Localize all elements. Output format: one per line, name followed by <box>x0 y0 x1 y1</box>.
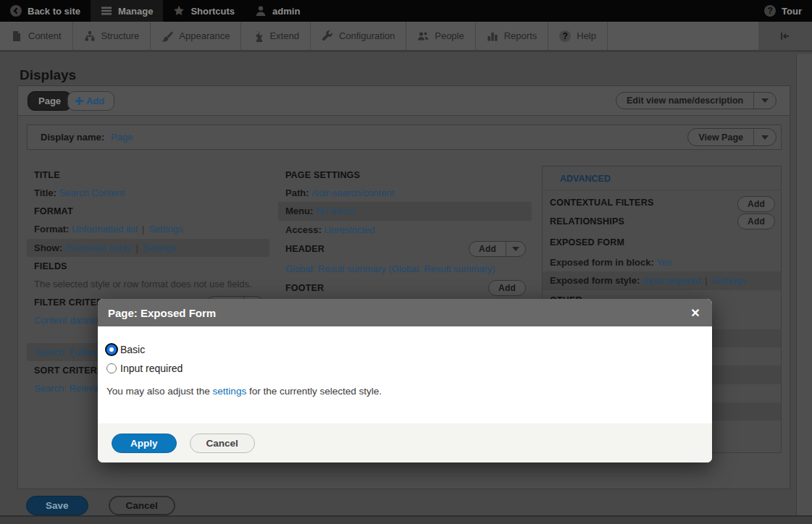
chevron-down-icon <box>512 247 519 251</box>
tour-question-icon: ? <box>764 5 776 17</box>
menu-item-configuration[interactable]: Configuration <box>311 22 406 50</box>
header-add-dropdown[interactable] <box>506 242 525 256</box>
tour-button[interactable]: ? Tour <box>754 0 812 22</box>
contextual-header-label: CONTEXTUAL FILTERS <box>550 198 653 208</box>
section-fields-header[interactable]: FIELDS <box>27 257 269 275</box>
add-label: Add <box>469 242 506 256</box>
display-tab-page[interactable]: Page <box>28 91 72 111</box>
section-footer-header[interactable]: FOOTER Add <box>278 278 532 299</box>
exposed-style-value-link[interactable]: Input required <box>643 275 700 286</box>
radio-option-input-required[interactable]: Input required <box>106 363 702 374</box>
exposed-block-label: Exposed form in block: <box>550 257 654 268</box>
title-row: Title: Search Content <box>27 184 269 202</box>
display-name-link[interactable]: Page <box>111 132 133 143</box>
dialog-buttonpane: Apply Cancel <box>98 423 712 462</box>
section-contextual-header[interactable]: CONTEXTUAL FILTERS Add <box>543 190 781 211</box>
menu-item-extend[interactable]: Extend <box>241 22 310 50</box>
path-value-link[interactable]: /solr-search/content <box>311 187 394 198</box>
chevron-down-icon <box>761 98 769 103</box>
format-value-link[interactable]: Unformatted list <box>72 224 138 234</box>
separator: | <box>138 224 148 234</box>
header-result-summary-row: Global: Result summary (Global: Result s… <box>278 260 532 278</box>
drupal-views-admin-screen: Back to site Manage Shortcuts admin ? To… <box>0 0 812 524</box>
title-value-link[interactable]: Search Content <box>59 187 124 198</box>
dialog-titlebar[interactable]: Page: Exposed Form ✕ <box>98 299 712 326</box>
relationships-add-button[interactable]: Add <box>737 214 775 229</box>
fields-empty-text: The selected style or row format does no… <box>34 279 252 290</box>
view-page-label: View Page <box>688 129 753 145</box>
menu-item-appearance[interactable]: Appearance <box>151 22 241 50</box>
show-value-link[interactable]: Rendered entity <box>65 242 132 253</box>
menu-item-reports[interactable]: Reports <box>476 22 549 50</box>
admin-user-label: admin <box>272 6 300 17</box>
dialog-cancel-button[interactable]: Cancel <box>190 434 255 453</box>
apply-button[interactable]: Apply <box>112 434 177 453</box>
chevron-down-icon <box>761 135 769 140</box>
manage-tab[interactable]: Manage <box>91 0 163 22</box>
dialog-close-button[interactable]: ✕ <box>687 305 703 321</box>
section-relationships-header[interactable]: RELATIONSHIPS Add <box>543 211 781 232</box>
page-right-strip <box>796 54 812 524</box>
back-to-site-label: Back to site <box>28 6 80 17</box>
manage-label: Manage <box>118 6 153 17</box>
format-settings-link[interactable]: Settings <box>148 224 183 234</box>
cancel-button[interactable]: Cancel <box>109 496 175 515</box>
radio-input-required-label: Input required <box>120 363 183 374</box>
advanced-toggle[interactable]: ADVANCED <box>543 166 781 190</box>
header-add-button[interactable]: Add <box>469 241 526 257</box>
contextual-add-button[interactable]: Add <box>737 196 775 212</box>
display-tabs-strip: Page Add Edit view name/description <box>18 86 790 116</box>
dialog-note: You may also adjust the settings for the… <box>106 386 702 397</box>
section-header-header[interactable]: HEADER Add <box>278 239 532 260</box>
menu-item-structure[interactable]: Structure <box>73 22 151 50</box>
settings-link[interactable]: settings <box>213 386 247 397</box>
admin-user-tab[interactable]: admin <box>245 0 310 22</box>
radio-input-required-input[interactable] <box>106 363 117 373</box>
section-page-settings-header[interactable]: PAGE SETTINGS <box>278 166 532 184</box>
edit-view-dropdown-toggle[interactable] <box>753 93 776 109</box>
exposed-style-settings-link[interactable]: Settings <box>712 275 746 286</box>
add-display-button[interactable]: Add <box>67 91 114 111</box>
show-settings-link[interactable]: Settings <box>143 242 177 253</box>
menu-value-link[interactable]: No menu <box>316 206 354 216</box>
view-page-dropdown-toggle[interactable] <box>753 129 776 145</box>
form-actions: Save Cancel <box>26 496 175 515</box>
star-icon <box>173 5 185 17</box>
exposed-block-value-link[interactable]: Yes <box>656 257 671 268</box>
toolbar-orientation-toggle[interactable] <box>758 22 812 52</box>
barchart-icon <box>487 30 498 42</box>
footer-add-button[interactable]: Add <box>488 280 526 296</box>
access-row: Access: Unrestricted <box>278 221 532 239</box>
radio-option-basic[interactable]: Basic <box>106 344 702 355</box>
radio-basic-label: Basic <box>120 344 145 355</box>
separator: | <box>700 275 711 286</box>
title-label: Title: <box>34 187 56 198</box>
tour-label: Tour <box>782 6 802 17</box>
section-title-header[interactable]: TITLE <box>27 166 269 184</box>
admin-toolbar: Back to site Manage Shortcuts admin ? To… <box>0 0 812 22</box>
access-value-link[interactable]: Unrestricted <box>325 224 375 235</box>
path-label: Path: <box>285 187 309 198</box>
save-button[interactable]: Save <box>26 496 88 515</box>
shortcuts-tab[interactable]: Shortcuts <box>163 0 245 22</box>
show-row: Show: Rendered entity|Settings <box>27 239 269 257</box>
section-exposed-form-header[interactable]: EXPOSED FORM <box>543 232 781 253</box>
radio-basic-input[interactable] <box>106 345 117 355</box>
menu-label: Help <box>577 30 596 41</box>
menu-label: Appearance <box>179 30 230 41</box>
result-summary-link[interactable]: Global: Result summary (Global: Result s… <box>285 263 495 274</box>
sort-header-label: SORT CRITERIA <box>34 365 106 376</box>
exposed-style-label: Exposed form style: <box>550 275 640 286</box>
access-label: Access: <box>285 224 322 235</box>
format-row: Format: Unformatted list|Settings <box>27 220 269 238</box>
back-to-site-button[interactable]: Back to site <box>0 0 91 22</box>
section-format-header[interactable]: FORMAT <box>27 202 269 220</box>
menu-item-content[interactable]: Content <box>0 22 73 50</box>
view-page-button[interactable]: View Page <box>687 128 777 146</box>
paintbrush-icon <box>162 30 173 42</box>
menu-item-people[interactable]: People <box>406 22 475 50</box>
menu-item-help[interactable]: ? Help <box>548 22 608 50</box>
wrench-icon <box>322 30 333 42</box>
menu-label: Extend <box>269 30 298 41</box>
edit-view-name-button[interactable]: Edit view name/description <box>616 92 777 109</box>
